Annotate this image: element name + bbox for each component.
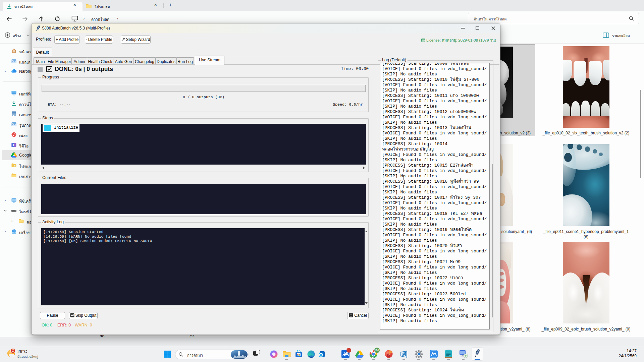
svg-text:P: P	[388, 353, 390, 357]
